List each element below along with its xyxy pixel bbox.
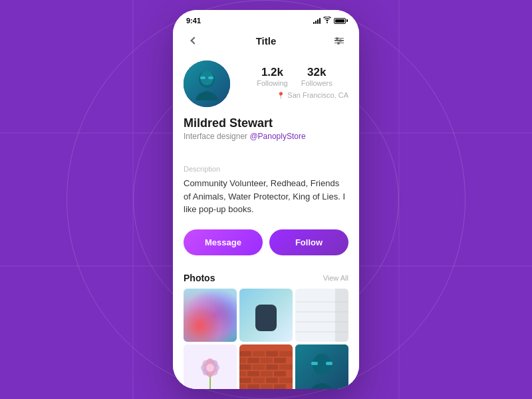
svg-rect-38	[247, 371, 259, 376]
svg-rect-31	[261, 358, 273, 363]
status-bar: 9:41	[173, 10, 359, 29]
following-stat: 1.2k Following	[257, 66, 287, 87]
profile-info: Mildred Stewart Interface designer @Pano…	[184, 114, 348, 146]
photo-item-1[interactable]	[184, 289, 237, 342]
svg-rect-40	[274, 371, 286, 376]
svg-rect-48	[274, 384, 286, 390]
profile-bio: Interface designer @PanoplyStore	[184, 132, 348, 141]
stats-container: 1.2k Following 32k Followers	[241, 61, 348, 87]
phone-frame: 9:41 Title	[173, 10, 359, 389]
avatar-image	[184, 61, 230, 107]
nav-title: Title	[256, 35, 277, 47]
description-label: Description	[184, 165, 348, 173]
view-all-button[interactable]: View All	[323, 274, 348, 282]
svg-rect-27	[266, 351, 278, 356]
description-text: Community Volunteer, Redhead, Friends of…	[184, 177, 348, 216]
svg-rect-37	[239, 371, 246, 376]
svg-rect-39	[261, 371, 273, 376]
back-button[interactable]	[184, 31, 202, 50]
svg-rect-25	[239, 351, 251, 356]
status-icons	[313, 17, 346, 25]
svg-rect-26	[253, 351, 265, 356]
svg-rect-33	[239, 364, 251, 370]
location: 📍 San Francisco, CA	[241, 91, 348, 99]
svg-point-23	[206, 364, 214, 372]
followers-label: Followers	[301, 79, 332, 87]
svg-rect-36	[279, 364, 293, 370]
svg-rect-29	[239, 358, 246, 363]
time-display: 9:41	[186, 17, 201, 25]
profile-header: 1.2k Following 32k Followers 📍 San Franc…	[184, 61, 348, 107]
svg-rect-41	[239, 378, 251, 383]
svg-point-4	[327, 22, 328, 23]
sliders-icon	[334, 38, 344, 44]
mention-link[interactable]: @PanoplyStore	[249, 132, 305, 141]
stats-area: 1.2k Following 32k Followers 📍 San Franc…	[241, 61, 348, 99]
svg-rect-16	[335, 289, 348, 342]
svg-rect-47	[261, 384, 273, 390]
battery-icon	[334, 18, 346, 24]
chevron-left-icon	[190, 37, 198, 44]
svg-rect-43	[266, 378, 278, 383]
avatar	[184, 61, 230, 107]
nav-bar: Title	[173, 29, 359, 55]
profile-name: Mildred Stewart	[184, 116, 348, 130]
svg-rect-44	[279, 378, 293, 383]
photos-header: Photos View All	[184, 273, 348, 283]
followers-stat: 32k Followers	[301, 66, 332, 87]
following-count: 1.2k	[257, 66, 287, 79]
photo-item-4[interactable]	[184, 344, 237, 390]
photos-grid	[184, 289, 348, 390]
svg-rect-45	[239, 384, 246, 390]
following-label: Following	[257, 79, 287, 87]
bio-text: Interface designer	[184, 132, 247, 141]
wifi-icon	[323, 17, 331, 25]
profile-section: 1.2k Following 32k Followers 📍 San Franc…	[173, 55, 359, 157]
settings-button[interactable]	[330, 31, 348, 50]
svg-rect-10	[184, 61, 230, 107]
photos-title: Photos	[184, 273, 215, 283]
action-buttons: Message Follow	[173, 224, 359, 266]
photo-item-5[interactable]	[239, 344, 293, 390]
photo-item-2[interactable]	[239, 289, 293, 342]
svg-rect-42	[253, 378, 265, 383]
photo-item-3[interactable]	[295, 289, 348, 342]
svg-rect-32	[274, 358, 286, 363]
avatar-container	[184, 61, 230, 107]
photo-item-6[interactable]	[295, 344, 348, 390]
svg-rect-28	[279, 351, 293, 356]
follow-button[interactable]: Follow	[269, 229, 348, 255]
location-text: San Francisco, CA	[287, 91, 348, 99]
signal-icon	[313, 17, 321, 24]
svg-rect-46	[247, 384, 259, 390]
description-section: Description Community Volunteer, Redhead…	[173, 157, 359, 224]
photos-section: Photos View All	[173, 266, 359, 390]
location-pin-icon: 📍	[277, 92, 285, 99]
message-button[interactable]: Message	[184, 229, 263, 255]
svg-rect-57	[295, 344, 348, 390]
svg-rect-30	[247, 358, 259, 363]
svg-rect-35	[266, 364, 278, 370]
svg-rect-34	[253, 364, 265, 370]
followers-count: 32k	[301, 66, 332, 79]
